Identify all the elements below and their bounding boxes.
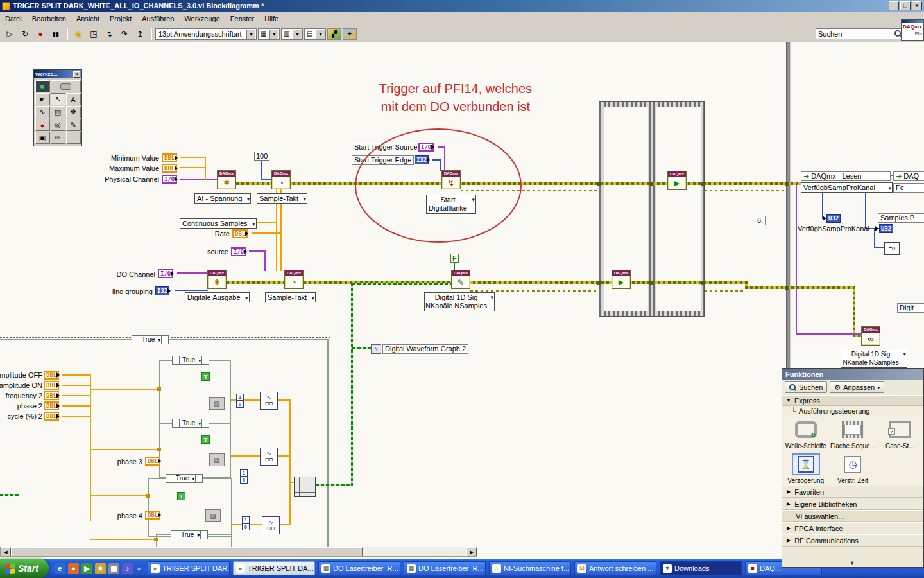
palette-item-time-delay[interactable]: ⌛Verzögerung <box>782 453 829 484</box>
functions-palette-titlebar[interactable]: Funktionen <box>782 369 923 380</box>
maximum-value-terminal[interactable]: DBL <box>162 164 177 173</box>
case-selector-1[interactable]: True <box>172 356 209 365</box>
case-next-icon[interactable] <box>201 419 209 427</box>
case-prev-icon[interactable] <box>171 531 178 539</box>
case-structure-2[interactable] <box>159 423 231 478</box>
palette-item-elapsed-time[interactable]: ◷Verstr. Zeit <box>829 453 876 484</box>
taskbar-task-2-active[interactable]: ▸TRIGER SPLIT DA... <box>233 561 315 575</box>
category-express[interactable]: ▼Express <box>782 395 923 406</box>
daqmx-create-channel-do-node[interactable]: DAQmx <box>207 270 227 289</box>
digital-1d-sig-dropdown[interactable]: Digital 1D SigNKanäle NSamples <box>424 292 495 311</box>
daqmx-lesen-node-cut[interactable]: ➜DAQ <box>893 171 924 181</box>
daqmx-create-channel-ai-node[interactable]: DAQmx <box>217 170 236 189</box>
abort-button[interactable]: ● <box>33 28 47 40</box>
minimum-value-terminal[interactable]: DBL <box>162 153 177 162</box>
do-channel-terminal[interactable]: I/O <box>158 269 173 278</box>
menu-datei[interactable]: Datei <box>0 13 27 24</box>
minimize-button[interactable]: – <box>889 1 899 10</box>
quicklaunch-tool-icon[interactable]: ♪ <box>122 563 133 574</box>
wire-tool-icon[interactable]: ∿ <box>35 106 50 118</box>
daqmx-write-node[interactable]: DAQmx <box>451 270 470 289</box>
samples-constant-100[interactable]: 100 <box>254 152 270 161</box>
quicklaunch-internet-icon[interactable]: e <box>55 563 65 574</box>
rate-terminal[interactable]: DBL <box>232 229 248 238</box>
case-prev-icon[interactable] <box>166 475 173 482</box>
run-continuous-button[interactable]: ↻ <box>18 28 32 40</box>
phase-3-terminal[interactable]: DBL <box>145 457 160 466</box>
case-selector-main[interactable]: True <box>132 335 169 344</box>
waveform-icon-box-3[interactable]: ▨ <box>205 509 221 522</box>
highlight-execution-icon[interactable]: ◉ <box>71 28 85 40</box>
pane-splitter[interactable] <box>786 42 791 368</box>
amplitude-on-terminal[interactable]: DBL <box>44 381 59 390</box>
case-prev-icon[interactable] <box>173 419 180 427</box>
retain-wire-values-icon[interactable]: ◳ <box>87 28 101 40</box>
position-select-tool-icon[interactable]: ↖ <box>51 93 65 105</box>
menu-hilfe[interactable]: Hilfe <box>259 13 284 24</box>
palette-search-button[interactable]: Suchen <box>785 381 827 393</box>
step-out-button[interactable]: ↥ <box>133 28 147 40</box>
palette-customize-button[interactable]: ⚙Anpassen▾ <box>830 381 884 393</box>
digital-1d-sig-dropdown-right[interactable]: Digital 1D SigNKanäle NSamples <box>841 349 907 368</box>
case-prev-icon[interactable] <box>173 356 180 364</box>
palette-item-while-loop[interactable]: While-Schleife <box>782 419 829 450</box>
sample-takt-dropdown-do[interactable]: Sample-Takt <box>265 292 316 302</box>
case-selector-4[interactable]: True <box>171 530 208 539</box>
scroll-left-button[interactable]: ◀ <box>1 547 11 556</box>
cleanup-diagram-button[interactable]: ✦ <box>343 28 357 40</box>
align-objects-dropdown[interactable]: ▦ <box>258 28 280 40</box>
ai-spannung-dropdown[interactable]: AI - Spannung <box>194 193 251 204</box>
daqmx-timing-do-node[interactable]: DAQmx <box>284 270 304 289</box>
select-constant-1[interactable]: 10 <box>236 394 244 408</box>
operate-value-tool-icon[interactable]: ☛ <box>35 93 50 105</box>
quicklaunch-browser-icon[interactable]: ● <box>68 563 79 574</box>
subcategory-ausfuehrungssteuerung[interactable]: Ausführungssteuerung <box>782 406 923 416</box>
physical-channel-terminal[interactable]: I/O <box>162 175 177 184</box>
reorder-button[interactable]: ▞ <box>327 28 341 40</box>
scrollbar-thumb[interactable] <box>11 547 363 556</box>
amplitude-off-terminal[interactable]: DBL <box>44 371 59 380</box>
source-terminal[interactable]: I/O <box>231 247 246 256</box>
case-structure-3[interactable] <box>148 478 232 537</box>
case-selector-3[interactable]: True <box>166 474 203 483</box>
category-rf-communications[interactable]: ▶RF Communications <box>782 534 923 547</box>
menu-projekt[interactable]: Projekt <box>105 13 137 24</box>
quicklaunch-overflow-icon[interactable]: » <box>135 565 142 572</box>
case-structure-1[interactable] <box>159 360 231 424</box>
palette-item-case-structure[interactable]: Case-St... <box>877 419 923 450</box>
auto-tool-select-button[interactable] <box>51 80 81 92</box>
menu-fenster[interactable]: Fenster <box>225 13 259 24</box>
frequency-2-terminal[interactable]: DBL <box>44 391 59 400</box>
step-into-button[interactable]: ↴ <box>102 28 116 40</box>
verfuegbsamp-u32-indicator[interactable]: U32 <box>826 214 841 223</box>
menu-bearbeiten[interactable]: Bearbeiten <box>27 13 71 24</box>
color-copy-tool-icon[interactable]: ✎ <box>66 119 81 131</box>
distribute-objects-dropdown[interactable]: ▥ <box>281 28 303 40</box>
daqmx-lesen-node[interactable]: ➜DAQmx - Lesen <box>801 171 891 181</box>
square-wave-vi-3[interactable]: ∿⊓⊓ <box>262 516 280 534</box>
waveform-icon-box-1[interactable]: ▨ <box>209 397 225 410</box>
true-constant-1[interactable]: T <box>201 372 210 381</box>
scroll-right-button[interactable]: ▶ <box>466 547 477 556</box>
quicklaunch-media-icon[interactable]: ▶ <box>81 563 92 574</box>
select-constant-2[interactable]: 10 <box>240 469 248 484</box>
sample-takt-dropdown-ai[interactable]: Sample-Takt <box>257 193 307 204</box>
palette-expand-button[interactable]: » <box>782 558 923 567</box>
palette-item-flat-sequence[interactable]: Flache Seque... <box>829 419 876 450</box>
false-constant[interactable]: F <box>450 254 459 263</box>
digitale-ausgabe-dropdown[interactable]: Digitale Ausgabe <box>185 292 250 302</box>
taskbar-task-3[interactable]: ▦DO Lasertreiber_R... <box>318 561 400 575</box>
case-selector-label[interactable]: True <box>180 356 201 364</box>
square-wave-vi-1[interactable]: ∿⊓⊓ <box>260 392 278 410</box>
taskbar-task-4[interactable]: ▦DO Lasertreiber_R... <box>404 561 486 575</box>
tools-palette-titlebar[interactable]: Werkze...× <box>34 70 81 78</box>
search-input[interactable]: Suchen <box>816 28 904 39</box>
brush-tool-icon[interactable]: ✏ <box>51 132 65 144</box>
vi-auswaehlen-row[interactable]: VI auswählen... <box>782 510 923 522</box>
case-selector-label[interactable]: True <box>139 336 161 344</box>
equal-zero-node[interactable]: =0 <box>884 242 900 255</box>
true-constant-2[interactable]: T <box>201 435 210 444</box>
quicklaunch-ni-icon[interactable]: ▦ <box>108 563 119 574</box>
auto-tool-led-icon[interactable] <box>35 80 50 92</box>
select-constant-3[interactable]: 10 <box>242 516 250 530</box>
